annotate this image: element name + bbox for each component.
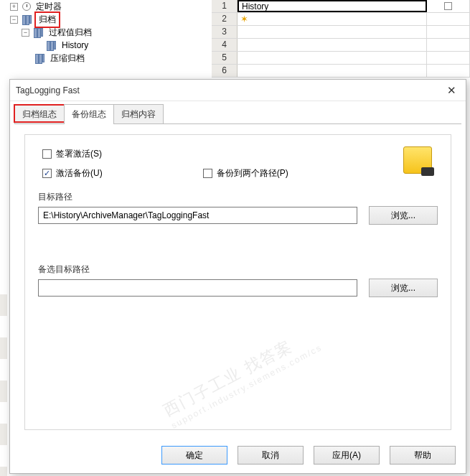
activate-backup-label: 激活备份(U) (56, 167, 103, 179)
dialog-button-bar: 确定 取消 应用(A) 帮助 (161, 446, 456, 465)
activate-backup-checkbox[interactable]: ✓ (42, 169, 52, 178)
backup-both-paths-label: 备份到两个路径(P) (217, 167, 288, 179)
close-button[interactable]: ✕ (443, 82, 460, 99)
browse-alt-target-button[interactable]: 浏览... (369, 279, 438, 297)
dialog-panel: 签署激活(S) ✓ 激活备份(U) 备份到两个路径(P) 目标路径 浏览... … (24, 134, 451, 430)
row-header: 6 (212, 65, 238, 77)
sign-activate-row: 签署激活(S) (42, 148, 438, 160)
ok-button[interactable]: 确定 (161, 446, 227, 465)
tree-item-process-archive[interactable]: − 过程值归档 (7, 26, 194, 39)
backup-drive-icon (403, 146, 432, 174)
grid-row[interactable]: 1 History (212, 0, 470, 13)
browse-target-button[interactable]: 浏览... (369, 206, 438, 225)
dialog-title: TagLogging Fast (16, 85, 443, 95)
expand-icon[interactable]: + (10, 3, 18, 11)
row-header: 5 (212, 52, 238, 64)
row-header: 1 (212, 0, 238, 12)
grid-row[interactable]: 3 (212, 26, 470, 39)
tree-item-history[interactable]: History (7, 39, 194, 52)
grid-row[interactable]: 2 ✶ (212, 13, 470, 26)
sign-activate-checkbox[interactable] (42, 149, 52, 159)
archive-icon (34, 28, 44, 37)
grid-cell[interactable]: History (238, 0, 427, 12)
help-button[interactable]: 帮助 (390, 446, 456, 465)
sign-activate-label: 签署激活(S) (56, 148, 102, 160)
timer-icon (22, 2, 31, 11)
dialog-tabs: 归档组态 备份组态 归档内容 (10, 101, 466, 124)
check-icon: ✓ (44, 169, 50, 177)
backup-both-paths-row: 备份到两个路径(P) (203, 167, 288, 179)
collapse-icon[interactable]: − (22, 29, 29, 37)
grid-cell[interactable] (238, 26, 427, 38)
archive-icon (35, 54, 45, 62)
dialog-titlebar[interactable]: TagLogging Fast ✕ (10, 80, 466, 101)
grid-cell[interactable] (238, 52, 427, 64)
tree-item-archive[interactable]: − 归档 (7, 13, 194, 26)
tab-archive-group[interactable]: 归档组态 (14, 104, 65, 124)
row-header: 4 (212, 39, 238, 51)
grid-cell[interactable] (238, 39, 427, 51)
alt-target-path-label: 备选目标路径 (38, 263, 438, 276)
tab-backup-group[interactable]: 备份组态 (64, 104, 114, 124)
tree-label: History (59, 39, 91, 51)
grid-cell[interactable] (427, 0, 470, 12)
archive-icon (22, 15, 32, 24)
grid-row[interactable]: 6 (212, 65, 470, 78)
data-grid: 1 History 2 ✶ 3 4 5 6 (212, 0, 470, 78)
archive-icon (47, 41, 57, 50)
grid-row[interactable]: 5 (212, 52, 470, 65)
tab-archive-content[interactable]: 归档内容 (113, 104, 164, 124)
backup-both-paths-checkbox[interactable] (203, 169, 212, 178)
target-path-label: 目标路径 (38, 191, 438, 203)
collapse-icon[interactable]: − (10, 16, 18, 24)
row-header: 3 (212, 26, 238, 38)
nav-tree: + 定时器 − 归档 − 过程值归档 History 压缩归档 (7, 0, 194, 65)
grid-row[interactable]: 4 (212, 39, 470, 52)
checkbox-icon[interactable] (444, 2, 452, 10)
grid-cell[interactable]: ✶ (238, 13, 427, 25)
watermark: 西门子工业 找答案 support.industry.siemens.com/c… (159, 302, 365, 431)
row-header: 2 (212, 13, 238, 25)
target-path-input[interactable] (38, 207, 357, 224)
tree-item-compress-archive[interactable]: 压缩归档 (7, 52, 194, 65)
taglogging-fast-dialog: TagLogging Fast ✕ 归档组态 备份组态 归档内容 签署激活(S)… (9, 79, 466, 474)
apply-button[interactable]: 应用(A) (314, 446, 380, 465)
cancel-button[interactable]: 取消 (238, 446, 304, 465)
grid-cell[interactable] (238, 65, 427, 77)
new-star-icon: ✶ (240, 14, 248, 24)
activate-backup-row: ✓ 激活备份(U) (42, 167, 103, 179)
tree-label: 压缩归档 (47, 52, 88, 65)
alt-target-path-input[interactable] (38, 279, 357, 297)
tree-label: 过程值归档 (46, 26, 95, 39)
grid-cell[interactable] (427, 13, 470, 25)
